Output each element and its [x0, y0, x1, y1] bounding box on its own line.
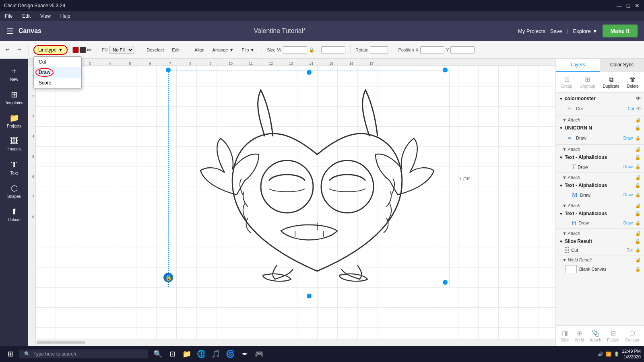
- start-button[interactable]: ⊞: [3, 347, 18, 361]
- tab-layers[interactable]: Layers: [556, 59, 600, 72]
- scrollbar-thumb[interactable]: [37, 341, 85, 344]
- handle-tm[interactable]: [307, 70, 312, 75]
- layer-group-header-text2[interactable]: ▼ Text - Alphalicious 🔒: [556, 181, 644, 190]
- ungroup-button[interactable]: ⊞ Ungroup: [578, 74, 598, 90]
- layer-item-colormonster-cut[interactable]: ✂ Cut Cut 👁: [556, 103, 644, 114]
- menu-edit[interactable]: Edit: [21, 12, 32, 20]
- weld-button[interactable]: ⊕ Weld: [572, 328, 586, 343]
- sidebar-item-images[interactable]: 🖼 Images: [2, 133, 26, 154]
- visibility-icon-hd[interactable]: 🔒: [635, 220, 641, 226]
- visibility-icon[interactable]: 👁: [636, 106, 641, 111]
- menu-file[interactable]: File: [3, 12, 14, 20]
- taskbar-icon-explorer[interactable]: 📁: [180, 348, 193, 360]
- attach-eye-2[interactable]: 🔒: [635, 147, 641, 152]
- visibility-icon-t3[interactable]: 🔒: [635, 211, 641, 216]
- handle-bl-lock[interactable]: 🔒: [163, 273, 173, 282]
- menu-help[interactable]: Help: [59, 12, 72, 20]
- arrange-button[interactable]: Arrange ▼: [210, 46, 236, 54]
- sidebar-item-templates[interactable]: ⊞ Templates: [2, 86, 26, 108]
- taskbar-icon-app2[interactable]: ✒: [238, 348, 251, 360]
- taskbar-icon-app3[interactable]: 🎮: [253, 348, 266, 360]
- attach-eye-3[interactable]: 🔒: [635, 175, 641, 180]
- visibility-icon-slice[interactable]: 🔒: [635, 239, 641, 244]
- sidebar-item-text[interactable]: T Text: [2, 156, 26, 179]
- size-w-input[interactable]: 10.495: [283, 46, 307, 53]
- taskbar-search-bar[interactable]: 🔍: [19, 350, 148, 358]
- attach-eye-1[interactable]: 🔒: [635, 117, 641, 123]
- layer-group-header-text3[interactable]: ▼ Text - Alphalicious 🔒: [556, 209, 644, 218]
- redo-button[interactable]: ↪: [15, 45, 23, 54]
- visibility-icon-unicorn[interactable]: 🔒: [635, 125, 641, 131]
- layer-item-m-draw[interactable]: M Draw Draw 🔒: [556, 190, 644, 200]
- visibility-icon-bc[interactable]: 🔒: [635, 267, 641, 272]
- visibility-icon-colormonster[interactable]: 👁: [636, 96, 641, 101]
- visibility-icon-t2[interactable]: 🔒: [635, 183, 641, 188]
- delete-button[interactable]: 🗑 Delete: [625, 75, 641, 90]
- taskbar-clock[interactable]: 12:49 PM 1/8/2020: [622, 348, 641, 360]
- linetype-option-cut[interactable]: Cut: [34, 57, 81, 67]
- layer-group-header-unicorn[interactable]: ▼ UNICORN N 🔒: [556, 123, 644, 132]
- align-button[interactable]: Align: [192, 46, 206, 54]
- taskbar-search-input[interactable]: [33, 351, 143, 357]
- taskbar-icon-app1[interactable]: 🌀: [224, 348, 237, 360]
- handle-br[interactable]: [443, 280, 448, 285]
- maximize-button[interactable]: □: [625, 3, 631, 8]
- visibility-icon-t1[interactable]: 🔒: [635, 154, 641, 160]
- linetype-option-score[interactable]: Score: [34, 78, 81, 88]
- close-button[interactable]: ✕: [634, 3, 640, 8]
- attach-eye-5[interactable]: 🔒: [635, 231, 641, 236]
- sidebar-item-shapes[interactable]: ⬡ Shapes: [2, 180, 26, 202]
- deselect-button[interactable]: Deselect: [144, 46, 166, 54]
- h-scrollbar[interactable]: [35, 339, 555, 346]
- layer-item-blank-canvas[interactable]: Blank Canvas 🔒: [556, 263, 644, 275]
- pos-x-input[interactable]: 4.916: [420, 46, 444, 53]
- contour-button[interactable]: ⬡ Contour: [623, 328, 642, 343]
- visibility-icon-sc[interactable]: 🔒: [635, 247, 641, 253]
- group-button[interactable]: ⊡ Group: [559, 74, 575, 90]
- tab-color-sync[interactable]: Color Sync: [600, 59, 644, 72]
- visibility-icon-td[interactable]: 🔒: [635, 164, 641, 169]
- layer-item-slice-cut[interactable]: Cut Cut 🔒: [556, 246, 644, 254]
- taskbar-icon-chrome[interactable]: 🌐: [195, 348, 208, 360]
- layer-group-header-text1[interactable]: ▼ Text - Alphalicious 🔒: [556, 153, 644, 162]
- layer-item-t-draw[interactable]: T Draw Draw 🔒: [556, 162, 644, 172]
- handle-bm[interactable]: [307, 294, 312, 298]
- taskbar-battery-icon[interactable]: 🔋: [614, 352, 619, 357]
- attach-eye-4[interactable]: 🔒: [635, 203, 641, 208]
- flip-button[interactable]: Flip ▼: [239, 46, 257, 54]
- handle-tl[interactable]: [166, 68, 171, 72]
- taskbar-icon-media[interactable]: 🎵: [209, 348, 222, 360]
- duplicate-button[interactable]: ⧉ Duplicate: [601, 75, 622, 90]
- attach-panel-button[interactable]: 📎 Attach: [587, 328, 603, 343]
- layer-group-header-slice[interactable]: ▼ Slice Result 🔒: [556, 237, 644, 246]
- layer-group-header-colormonster[interactable]: ▼ colormonster 👁: [556, 94, 644, 103]
- taskbar-network-icon[interactable]: 📶: [606, 352, 611, 357]
- my-projects-link[interactable]: My Projects: [518, 28, 545, 34]
- linetype-dropdown[interactable]: Linetype ▼ Cut Draw Score: [33, 45, 68, 55]
- visibility-icon-md[interactable]: 🔒: [635, 192, 641, 197]
- layer-item-unicorn-draw[interactable]: ✒ Draw Draw 🔒: [556, 132, 644, 144]
- canvas-grid[interactable]: 🔒 7.716': [35, 66, 555, 339]
- linetype-button[interactable]: Linetype ▼: [33, 45, 68, 55]
- minimize-button[interactable]: —: [617, 3, 622, 8]
- rotate-input[interactable]: 0: [370, 46, 388, 53]
- flatten-button[interactable]: ⊟ Flatten: [605, 328, 622, 343]
- weld-eye[interactable]: 🔒: [635, 257, 641, 263]
- edit-button[interactable]: Edit: [169, 46, 182, 54]
- handle-tr[interactable]: [443, 68, 448, 72]
- taskbar-icon-taskview[interactable]: ⊡: [166, 348, 179, 360]
- taskbar-icon-search[interactable]: 🔍: [151, 348, 164, 360]
- layer-item-h-draw[interactable]: H Draw Draw 🔒: [556, 218, 644, 228]
- hamburger-menu[interactable]: ☰: [6, 26, 14, 36]
- fill-select[interactable]: No Fill: [109, 46, 134, 54]
- monster-drawing[interactable]: [180, 78, 454, 287]
- save-button[interactable]: Save: [550, 28, 562, 34]
- linetype-option-draw[interactable]: Draw: [34, 67, 81, 78]
- sidebar-item-upload[interactable]: ⬆ Upload: [2, 204, 26, 225]
- color-swatch-red[interactable]: [72, 47, 79, 53]
- color-swatch-black[interactable]: [80, 47, 86, 53]
- size-h-input[interactable]: 7.716: [321, 46, 345, 53]
- make-it-button[interactable]: Make It: [603, 25, 638, 37]
- menu-view[interactable]: View: [39, 12, 52, 20]
- taskbar-sound-icon[interactable]: 🔊: [598, 352, 603, 357]
